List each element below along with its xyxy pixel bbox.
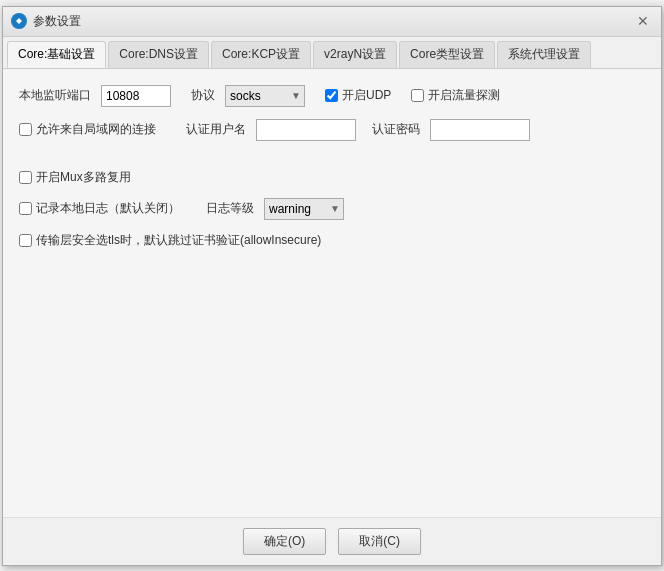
settings-window: 参数设置 ✕ Core:基础设置 Core:DNS设置 Core:KCP设置 v… xyxy=(2,6,662,566)
tab-content: 本地监听端口 协议 socks http mixed ▼ 开启UDP 开启流量探… xyxy=(3,69,661,517)
traffic-checkbox-row: 开启流量探测 xyxy=(411,87,500,104)
tab-v2rayn[interactable]: v2rayN设置 xyxy=(313,41,397,68)
local-port-label: 本地监听端口 xyxy=(19,87,91,104)
cancel-button[interactable]: 取消(C) xyxy=(338,528,421,555)
log-level-select[interactable]: warning error info debug none xyxy=(264,198,344,220)
tab-core-kcp[interactable]: Core:KCP设置 xyxy=(211,41,311,68)
traffic-checkbox[interactable] xyxy=(411,89,424,102)
title-bar: 参数设置 ✕ xyxy=(3,7,661,37)
gap1 xyxy=(19,153,645,157)
row-log: 记录本地日志（默认关闭） 日志等级 warning error info deb… xyxy=(19,198,645,220)
tab-core-dns[interactable]: Core:DNS设置 xyxy=(108,41,209,68)
tls-label: 传输层安全选tls时，默认跳过证书验证(allowInsecure) xyxy=(36,232,321,249)
protocol-select-wrapper: socks http mixed ▼ xyxy=(225,85,305,107)
log-label: 记录本地日志（默认关闭） xyxy=(36,200,180,217)
auth-pass-label: 认证密码 xyxy=(372,121,420,138)
tab-bar: Core:基础设置 Core:DNS设置 Core:KCP设置 v2rayN设置… xyxy=(3,37,661,69)
local-port-input[interactable] xyxy=(101,85,171,107)
tab-system-proxy[interactable]: 系统代理设置 xyxy=(497,41,591,68)
allow-lan-label: 允许来自局域网的连接 xyxy=(36,121,156,138)
tab-core-types[interactable]: Core类型设置 xyxy=(399,41,495,68)
auth-user-label: 认证用户名 xyxy=(186,121,246,138)
auth-user-input[interactable] xyxy=(256,119,356,141)
tls-checkbox-row: 传输层安全选tls时，默认跳过证书验证(allowInsecure) xyxy=(19,232,645,249)
allow-lan-checkbox[interactable] xyxy=(19,123,32,136)
udp-checkbox[interactable] xyxy=(325,89,338,102)
tls-checkbox[interactable] xyxy=(19,234,32,247)
mux-checkbox-row: 开启Mux多路复用 xyxy=(19,169,645,186)
traffic-label: 开启流量探测 xyxy=(428,87,500,104)
row-lan-auth: 允许来自局域网的连接 认证用户名 认证密码 xyxy=(19,119,645,141)
app-icon xyxy=(11,13,27,29)
row-port-protocol: 本地监听端口 协议 socks http mixed ▼ 开启UDP 开启流量探… xyxy=(19,85,645,107)
udp-label: 开启UDP xyxy=(342,87,391,104)
protocol-select[interactable]: socks http mixed xyxy=(225,85,305,107)
allow-lan-checkbox-row: 允许来自局域网的连接 xyxy=(19,121,156,138)
log-level-select-wrapper: warning error info debug none ▼ xyxy=(264,198,344,220)
udp-checkbox-row: 开启UDP xyxy=(325,87,391,104)
mux-checkbox[interactable] xyxy=(19,171,32,184)
log-checkbox[interactable] xyxy=(19,202,32,215)
log-checkbox-row: 记录本地日志（默认关闭） xyxy=(19,200,180,217)
tab-core-basic[interactable]: Core:基础设置 xyxy=(7,41,106,68)
auth-pass-input[interactable] xyxy=(430,119,530,141)
protocol-label: 协议 xyxy=(191,87,215,104)
close-button[interactable]: ✕ xyxy=(633,11,653,31)
mux-label: 开启Mux多路复用 xyxy=(36,169,131,186)
log-level-label: 日志等级 xyxy=(206,200,254,217)
window-title: 参数设置 xyxy=(33,13,633,30)
footer: 确定(O) 取消(C) xyxy=(3,517,661,565)
confirm-button[interactable]: 确定(O) xyxy=(243,528,326,555)
